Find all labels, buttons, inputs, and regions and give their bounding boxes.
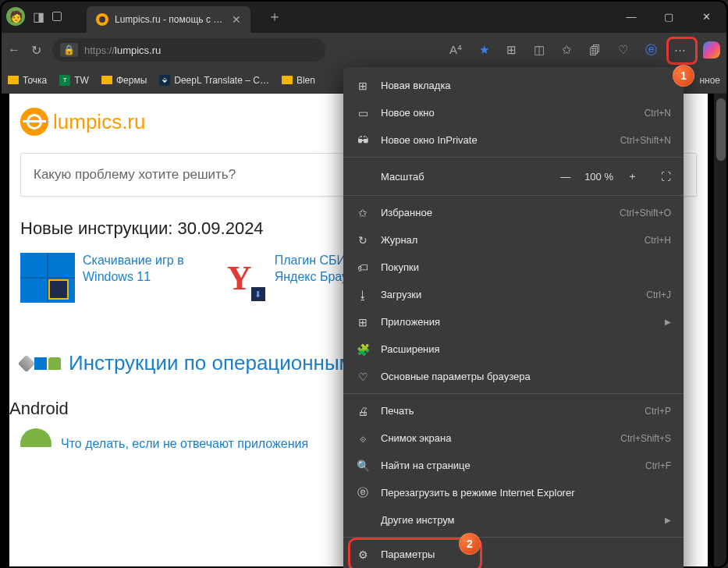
url-text: https://lumpics.ru — [84, 44, 161, 56]
zoom-value: 100 % — [584, 171, 613, 183]
bookmark-label: Blen — [297, 75, 315, 86]
search-icon: 🔍 — [356, 460, 370, 472]
menu-screenshot[interactable]: ⟐Снимок экранаCtrl+Shift+S — [343, 424, 684, 452]
menu-shortcut: Ctrl+J — [646, 289, 671, 300]
menu-favorites[interactable]: ✩ИзбранноеCtrl+Shift+O — [343, 199, 684, 226]
menu-label: Основные параметры браузера — [381, 371, 671, 382]
bookmark-item[interactable]: Точка — [8, 75, 47, 86]
bookmark-item[interactable]: ⬙DeepL Translate – С… — [159, 75, 269, 86]
android-article-link[interactable]: Что делать, если не отвечают приложения — [61, 437, 308, 451]
edge-main-menu: ⊞Новая вкладка ▭Новое окноCtrl+N 🕶Новое … — [343, 67, 684, 568]
close-window-button[interactable]: ✕ — [697, 11, 716, 23]
split-screen-icon[interactable]: ◫ — [534, 43, 545, 57]
zoom-out-button[interactable]: — — [560, 171, 570, 183]
menu-label: Расширения — [381, 343, 671, 355]
refresh-button[interactable]: ↻ — [31, 43, 41, 58]
more-menu-wrapper: ⋯ 1 — [674, 43, 686, 57]
apps-icon: ⊞ — [356, 316, 370, 328]
folder-icon — [101, 76, 112, 84]
menu-extensions[interactable]: 🧩Расширения — [343, 335, 684, 363]
profile-avatar[interactable]: 🧑 — [6, 7, 25, 26]
tab-close-icon[interactable]: ✕ — [232, 13, 241, 26]
inprivate-icon: 🕶 — [356, 134, 370, 147]
menu-shopping[interactable]: 🏷Покупки — [343, 254, 684, 281]
bookmarks-overflow[interactable]: нное — [699, 75, 720, 86]
scrollbar-thumb[interactable] — [716, 98, 726, 161]
collections-icon[interactable]: 🗐 — [589, 44, 601, 57]
menu-separator — [343, 393, 684, 394]
menu-ie-mode[interactable]: ⓔПерезагрузить в режиме Internet Explore… — [343, 479, 684, 506]
zoom-label: Масштаб — [381, 171, 549, 183]
menu-essentials[interactable]: ♡Основные параметры браузера — [343, 363, 684, 390]
menu-separator — [343, 195, 684, 196]
menu-shortcut: Ctrl+H — [645, 235, 671, 246]
menu-shortcut: Ctrl+P — [645, 406, 671, 417]
bookmark-label: нное — [699, 75, 720, 86]
deepl-icon: ⬙ — [159, 75, 170, 86]
menu-label: Параметры — [381, 548, 671, 560]
bookmark-item[interactable]: Blen — [282, 75, 315, 86]
performance-icon[interactable]: ♡ — [618, 43, 628, 57]
bookmark-item[interactable]: TTW — [59, 75, 89, 86]
gear-icon: ⚙ — [356, 548, 370, 561]
menu-history[interactable]: ↻ЖурналCtrl+H — [343, 226, 684, 254]
bookmark-item[interactable]: Фермы — [101, 75, 147, 86]
menu-separator — [343, 537, 684, 538]
tag-icon: 🏷 — [356, 261, 370, 274]
menu-label: Избранное — [381, 207, 609, 218]
menu-label: Загрузки — [381, 289, 635, 300]
chevron-right-icon: ▶ — [665, 318, 671, 326]
browser-tab[interactable]: Lumpics.ru - помощь с компьюте ✕ — [87, 6, 250, 33]
tw-icon: T — [59, 75, 70, 86]
menu-print[interactable]: 🖨ПечатьCtrl+P — [343, 397, 684, 424]
titlebar: 🧑 ◨ Lumpics.ru - помощь с компьюте ✕ ＋ —… — [0, 0, 728, 33]
maximize-button[interactable]: ▢ — [659, 11, 678, 23]
menu-label: Найти на странице — [381, 460, 634, 471]
tab-title: Lumpics.ru - помощь с компьюте — [115, 14, 226, 25]
menu-apps[interactable]: ⊞Приложения▶ — [343, 308, 684, 335]
new-tab-button[interactable]: ＋ — [268, 7, 282, 26]
menu-label: Другие инструм — [381, 514, 654, 526]
menu-settings[interactable]: ⚙ Параметры 2 — [343, 541, 684, 568]
tab-favicon-icon — [96, 13, 108, 26]
window-icon: ▭ — [356, 107, 370, 119]
bookmark-label: Точка — [23, 75, 47, 86]
bookmark-label: TW — [74, 75, 89, 86]
favorites-hub-icon[interactable]: ✩ — [562, 43, 572, 57]
menu-label: Журнал — [381, 234, 634, 246]
workspaces-icon[interactable]: ◨ — [33, 9, 44, 24]
titlebar-left: 🧑 ◨ Lumpics.ru - помощь с компьюте ✕ ＋ — [6, 0, 282, 33]
ie-mode-icon[interactable]: ⓔ — [645, 43, 657, 58]
history-icon: ↻ — [356, 234, 370, 247]
menu-inprivate[interactable]: 🕶Новое окно InPrivateCtrl+Shift+N — [343, 126, 684, 154]
minimize-button[interactable]: — — [622, 11, 641, 23]
article-card[interactable]: Скачивание игр вWindows 11 — [20, 253, 184, 303]
bookmark-label: Фермы — [116, 75, 147, 86]
extensions-icon[interactable]: ⊞ — [506, 43, 517, 57]
apple-icon — [18, 354, 36, 372]
url-field[interactable]: 🔒 https://lumpics.ru — [52, 38, 325, 62]
heart-icon: ♡ — [356, 371, 370, 383]
copilot-icon[interactable] — [703, 41, 720, 59]
site-info-icon[interactable]: 🔒 — [60, 43, 78, 57]
menu-new-window[interactable]: ▭Новое окноCtrl+N — [343, 99, 684, 126]
annotation-highlight-1 — [666, 37, 698, 65]
os-section-title: Инструкции по операционным — [69, 351, 353, 375]
back-button[interactable]: ← — [8, 43, 20, 57]
site-name[interactable]: lumpics.ru — [53, 110, 145, 134]
vertical-tabs-icon[interactable] — [52, 12, 62, 21]
scrollbar[interactable] — [714, 94, 728, 568]
menu-downloads[interactable]: ⭳ЗагрузкиCtrl+J — [343, 281, 684, 308]
menu-new-tab[interactable]: ⊞Новая вкладка — [343, 72, 684, 99]
site-logo-icon[interactable] — [20, 108, 48, 136]
zoom-in-button[interactable]: ＋ — [627, 169, 637, 183]
addressbar-actions: A⁴ ★ ⊞ ◫ ✩ 🗐 ♡ ⓔ ⋯ 1 — [449, 41, 720, 59]
menu-label: Покупки — [381, 261, 671, 273]
menu-more-tools[interactable]: Другие инструм▶ — [343, 506, 684, 534]
menu-find[interactable]: 🔍Найти на страницеCtrl+F — [343, 452, 684, 479]
favorite-star-icon[interactable]: ★ — [479, 43, 489, 57]
menu-separator — [343, 157, 684, 158]
fullscreen-icon[interactable]: ⛶ — [661, 171, 671, 183]
article-link[interactable]: Скачивание игр вWindows 11 — [83, 253, 184, 286]
read-aloud-icon[interactable]: A⁴ — [449, 43, 462, 57]
